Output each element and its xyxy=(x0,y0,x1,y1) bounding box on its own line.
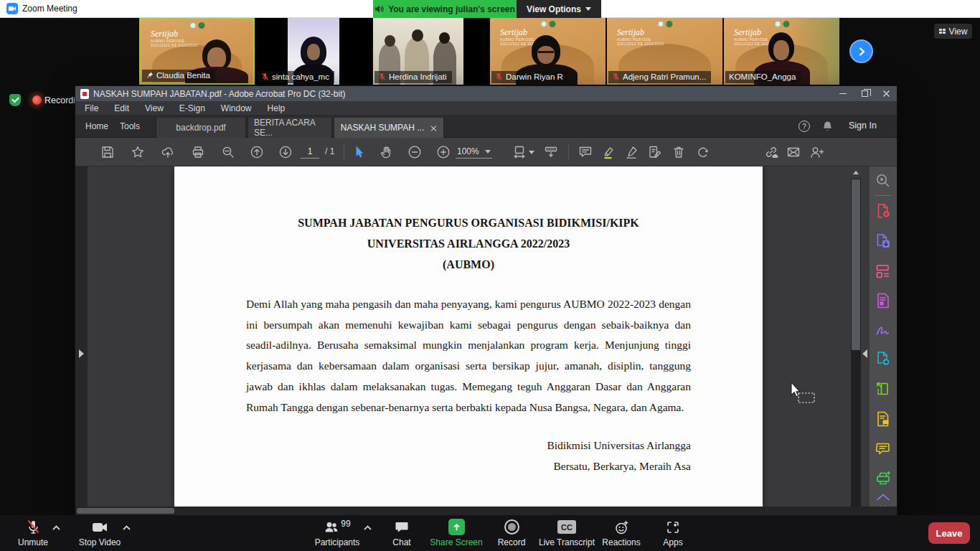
stop-video-button[interactable]: Stop Video xyxy=(65,518,134,547)
help-button[interactable]: ? xyxy=(798,121,810,132)
participant-nametag: Adjeng Ratri Pramun... xyxy=(608,71,711,83)
video-tile-herdina[interactable]: Herdina Indrijati xyxy=(373,18,489,85)
notifications-bell-icon[interactable] xyxy=(821,120,834,133)
horizontal-scrollbar-thumb[interactable] xyxy=(77,508,174,514)
video-tile-claudia[interactable]: SertijabAUBMO PERIODE2021/2022 KE 2022/2… xyxy=(139,18,255,85)
logo-badges xyxy=(657,21,672,27)
fill-sign-icon[interactable] xyxy=(648,145,662,159)
video-tile-adjeng[interactable]: SertijabAUBMO PERIODE2021/2022 KE 2022/2… xyxy=(607,18,722,85)
create-pdf-icon[interactable] xyxy=(875,202,892,220)
request-comments-icon[interactable] xyxy=(875,410,892,428)
menu-esign[interactable]: E-Sign xyxy=(171,103,213,113)
video-tile-kominfo[interactable]: SertijabAUBMO PERIODE2021/2022 KE 2022/2… xyxy=(724,18,839,85)
menu-view[interactable]: View xyxy=(137,103,171,113)
logo-badges xyxy=(189,22,204,29)
send-for-review-icon[interactable] xyxy=(875,350,892,367)
sign-in-button[interactable]: Sign In xyxy=(849,121,877,131)
print-icon[interactable] xyxy=(191,145,205,159)
collapse-tools-panel-icon[interactable] xyxy=(862,349,867,358)
stop-video-label: Stop Video xyxy=(65,537,134,547)
export-pdf-icon[interactable] xyxy=(875,232,892,250)
minimize-icon xyxy=(839,93,847,94)
crop-pages-icon[interactable] xyxy=(875,380,892,397)
share-link-icon[interactable] xyxy=(764,145,778,159)
prepare-form-icon[interactable] xyxy=(875,292,892,309)
participant-nametag: Darwin Riyan R xyxy=(491,71,568,83)
minimize-button[interactable] xyxy=(832,86,854,101)
cloud-upload-icon[interactable] xyxy=(161,145,175,159)
sign-pen-icon[interactable] xyxy=(625,145,639,159)
person-silhouette xyxy=(532,35,560,67)
menu-file[interactable]: File xyxy=(77,103,106,113)
view-layout-button[interactable]: View xyxy=(934,24,972,39)
star-icon[interactable] xyxy=(131,145,145,159)
video-options-chevron-icon[interactable] xyxy=(122,524,131,531)
muted-mic-icon xyxy=(261,72,269,81)
email-icon[interactable] xyxy=(786,145,801,159)
save-icon[interactable] xyxy=(100,145,115,159)
participants-button[interactable]: 99 Participants xyxy=(303,518,372,547)
close-button[interactable] xyxy=(875,86,897,101)
redo-icon[interactable] xyxy=(696,145,710,159)
security-shield-icon[interactable] xyxy=(9,94,21,106)
horizontal-scrollbar[interactable] xyxy=(75,507,897,515)
tab-backdrop-pdf[interactable]: backdrop.pdf xyxy=(156,118,246,138)
organize-pages-icon[interactable] xyxy=(875,263,892,280)
toolbar-display-icon[interactable] xyxy=(544,145,558,159)
scroll-up-button[interactable] xyxy=(851,166,861,179)
document-canvas: SUMPAH JABATAN PENGURUS ORGANISASI BIDIK… xyxy=(75,166,897,507)
add-user-icon[interactable] xyxy=(809,145,824,159)
fill-sign-tool-icon[interactable] xyxy=(875,322,892,339)
logo-badges xyxy=(774,21,789,27)
unmute-button[interactable]: Unmute xyxy=(0,518,67,547)
menu-help[interactable]: Help xyxy=(260,103,293,113)
highlighter-icon[interactable] xyxy=(602,145,616,159)
scroll-tools-down-icon[interactable] xyxy=(875,501,892,507)
leave-button[interactable]: Leave xyxy=(928,522,970,544)
expand-left-panel-icon[interactable] xyxy=(79,349,84,358)
menu-window[interactable]: Window xyxy=(213,103,260,113)
help-glyph: ? xyxy=(802,123,806,131)
find-icon[interactable] xyxy=(221,145,235,159)
pdf-page[interactable]: SUMPAH JABATAN PENGURUS ORGANISASI BIDIK… xyxy=(174,166,763,507)
page-number-input[interactable]: 1 xyxy=(301,145,319,159)
tab-home[interactable]: Home xyxy=(85,115,108,138)
select-tool-icon[interactable] xyxy=(352,145,366,159)
comment-tool-icon[interactable] xyxy=(875,441,892,458)
logo-badges xyxy=(540,21,555,27)
tab-naskah-sumpah[interactable]: NASKAH SUMPAH ... xyxy=(334,118,444,138)
zoom-out-icon[interactable] xyxy=(407,145,422,159)
next-participants-button[interactable] xyxy=(849,39,873,63)
zoom-level-select[interactable]: 100% xyxy=(456,145,492,159)
video-tile-darwin[interactable]: SertijabAUBMO PERIODE2021/2022 KE 2022/2… xyxy=(490,18,606,85)
zoom-in-icon[interactable] xyxy=(436,145,451,159)
tab-close-icon[interactable] xyxy=(430,125,437,131)
video-tile-sinta[interactable]: sinta cahya_mc xyxy=(256,18,372,85)
view-options-button[interactable]: View Options xyxy=(517,0,601,18)
cc-icon: CC xyxy=(557,520,576,534)
mic-options-chevron-icon[interactable] xyxy=(52,524,61,531)
search-tool-icon[interactable] xyxy=(875,172,892,189)
acrobat-window-title: NASKAH SUMPAH JABATAN.pdf - Adobe Acroba… xyxy=(93,89,345,99)
previous-page-icon[interactable] xyxy=(250,145,264,159)
document-heading-line1: SUMPAH JABATAN PENGURUS ORGANISASI BIDIK… xyxy=(246,212,691,233)
page-fit-icon[interactable] xyxy=(512,145,527,159)
restore-button[interactable] xyxy=(854,86,875,101)
hand-tool-icon[interactable] xyxy=(379,145,393,159)
next-page-icon[interactable] xyxy=(278,145,293,159)
tab-berita-acara[interactable]: BERITA ACARA SE... xyxy=(248,118,332,138)
more-tools-chevron-icon[interactable] xyxy=(875,491,892,501)
zoom-level-value: 100% xyxy=(457,146,479,156)
tab-tools[interactable]: Tools xyxy=(120,115,140,138)
delete-pages-icon[interactable] xyxy=(672,145,686,159)
comment-icon[interactable] xyxy=(578,145,593,159)
pdf-file-icon xyxy=(80,89,89,99)
menu-edit[interactable]: Edit xyxy=(106,103,137,113)
vertical-scrollbar-thumb[interactable] xyxy=(852,179,860,350)
record-icon xyxy=(504,519,519,534)
chevron-down-icon[interactable] xyxy=(529,151,534,154)
vertical-scrollbar[interactable] xyxy=(851,166,861,507)
apps-button[interactable]: Apps xyxy=(639,518,707,547)
scan-ocr-icon[interactable] xyxy=(875,470,892,487)
rail-divider xyxy=(875,195,892,196)
